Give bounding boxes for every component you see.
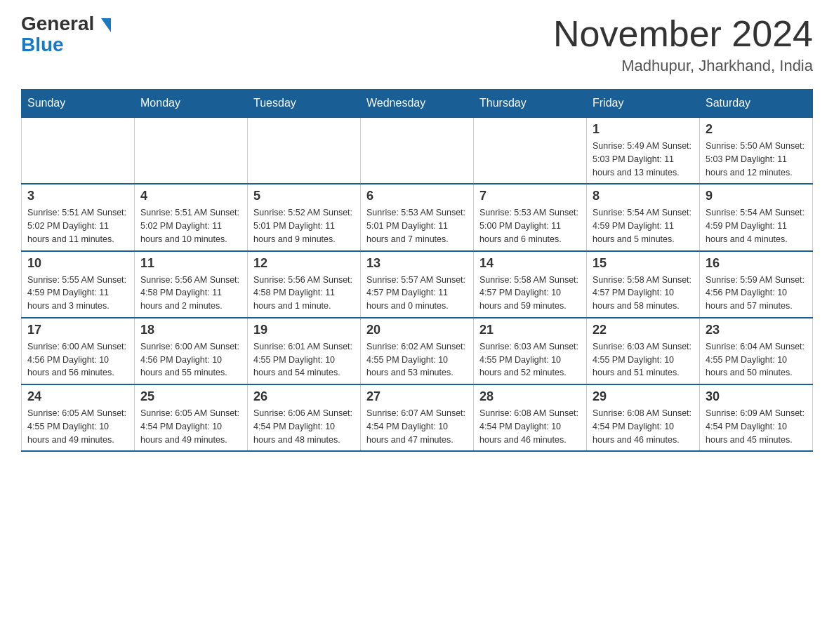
logo-general-text: General xyxy=(21,14,111,34)
weekday-header-friday: Friday xyxy=(587,90,700,118)
calendar-cell: 1Sunrise: 5:49 AM Sunset: 5:03 PM Daylig… xyxy=(587,117,700,184)
calendar-cell: 2Sunrise: 5:50 AM Sunset: 5:03 PM Daylig… xyxy=(700,117,813,184)
day-info: Sunrise: 6:08 AM Sunset: 4:54 PM Dayligh… xyxy=(593,407,694,446)
day-info: Sunrise: 5:51 AM Sunset: 5:02 PM Dayligh… xyxy=(27,206,128,246)
day-number: 7 xyxy=(479,189,581,203)
day-info: Sunrise: 5:56 AM Sunset: 4:58 PM Dayligh… xyxy=(140,274,241,313)
day-info: Sunrise: 5:56 AM Sunset: 4:58 PM Dayligh… xyxy=(253,274,355,313)
calendar-cell: 3Sunrise: 5:51 AM Sunset: 5:02 PM Daylig… xyxy=(22,184,135,250)
day-info: Sunrise: 5:52 AM Sunset: 5:01 PM Dayligh… xyxy=(253,206,355,246)
calendar-cell: 28Sunrise: 6:08 AM Sunset: 4:54 PM Dayli… xyxy=(474,384,587,451)
day-number: 5 xyxy=(253,189,355,203)
logo-arrow-icon xyxy=(101,18,111,32)
calendar-week-row: 17Sunrise: 6:00 AM Sunset: 4:56 PM Dayli… xyxy=(22,318,813,384)
day-number: 11 xyxy=(140,256,241,271)
day-number: 12 xyxy=(253,256,355,271)
day-number: 20 xyxy=(366,323,468,337)
calendar-cell: 19Sunrise: 6:01 AM Sunset: 4:55 PM Dayli… xyxy=(248,318,361,384)
day-info: Sunrise: 5:49 AM Sunset: 5:03 PM Dayligh… xyxy=(593,140,694,179)
day-number: 8 xyxy=(593,189,694,203)
day-number: 13 xyxy=(366,256,468,271)
day-info: Sunrise: 5:53 AM Sunset: 5:00 PM Dayligh… xyxy=(479,206,581,246)
day-number: 21 xyxy=(479,323,581,337)
logo-blue-text: Blue xyxy=(21,34,64,56)
day-info: Sunrise: 6:05 AM Sunset: 4:54 PM Dayligh… xyxy=(140,407,241,446)
day-number: 18 xyxy=(140,323,241,337)
weekday-header-monday: Monday xyxy=(135,90,248,118)
calendar-cell: 25Sunrise: 6:05 AM Sunset: 4:54 PM Dayli… xyxy=(135,384,248,451)
day-number: 19 xyxy=(253,323,355,337)
calendar-cell: 13Sunrise: 5:57 AM Sunset: 4:57 PM Dayli… xyxy=(361,251,474,318)
day-number: 29 xyxy=(593,389,694,404)
day-info: Sunrise: 5:50 AM Sunset: 5:03 PM Dayligh… xyxy=(706,140,807,179)
calendar-cell: 15Sunrise: 5:58 AM Sunset: 4:57 PM Dayli… xyxy=(587,251,700,318)
day-info: Sunrise: 6:09 AM Sunset: 4:54 PM Dayligh… xyxy=(706,407,807,446)
day-info: Sunrise: 6:08 AM Sunset: 4:54 PM Dayligh… xyxy=(479,407,581,446)
day-info: Sunrise: 6:02 AM Sunset: 4:55 PM Dayligh… xyxy=(366,340,468,380)
calendar-cell: 26Sunrise: 6:06 AM Sunset: 4:54 PM Dayli… xyxy=(248,384,361,451)
day-number: 9 xyxy=(706,189,807,203)
calendar-cell: 29Sunrise: 6:08 AM Sunset: 4:54 PM Dayli… xyxy=(587,384,700,451)
calendar-cell: 8Sunrise: 5:54 AM Sunset: 4:59 PM Daylig… xyxy=(587,184,700,250)
calendar-cell: 12Sunrise: 5:56 AM Sunset: 4:58 PM Dayli… xyxy=(248,251,361,318)
day-number: 1 xyxy=(593,122,694,137)
weekday-header-sunday: Sunday xyxy=(22,90,135,118)
calendar-cell: 14Sunrise: 5:58 AM Sunset: 4:57 PM Dayli… xyxy=(474,251,587,318)
day-info: Sunrise: 6:04 AM Sunset: 4:55 PM Dayligh… xyxy=(706,340,807,380)
day-info: Sunrise: 6:03 AM Sunset: 4:55 PM Dayligh… xyxy=(593,340,694,380)
weekday-header-wednesday: Wednesday xyxy=(361,90,474,118)
calendar-cell: 18Sunrise: 6:00 AM Sunset: 4:56 PM Dayli… xyxy=(135,318,248,384)
day-info: Sunrise: 6:07 AM Sunset: 4:54 PM Dayligh… xyxy=(366,407,468,446)
logo: General Blue xyxy=(21,14,111,56)
day-number: 24 xyxy=(27,389,128,404)
calendar-cell: 17Sunrise: 6:00 AM Sunset: 4:56 PM Dayli… xyxy=(22,318,135,384)
calendar-cell: 6Sunrise: 5:53 AM Sunset: 5:01 PM Daylig… xyxy=(361,184,474,250)
calendar-cell: 7Sunrise: 5:53 AM Sunset: 5:00 PM Daylig… xyxy=(474,184,587,250)
weekday-header-saturday: Saturday xyxy=(700,90,813,118)
calendar-cell xyxy=(22,117,135,184)
day-info: Sunrise: 5:54 AM Sunset: 4:59 PM Dayligh… xyxy=(706,206,807,246)
calendar-cell: 4Sunrise: 5:51 AM Sunset: 5:02 PM Daylig… xyxy=(135,184,248,250)
calendar-cell: 24Sunrise: 6:05 AM Sunset: 4:55 PM Dayli… xyxy=(22,384,135,451)
day-info: Sunrise: 5:53 AM Sunset: 5:01 PM Dayligh… xyxy=(366,206,468,246)
calendar-cell: 21Sunrise: 6:03 AM Sunset: 4:55 PM Dayli… xyxy=(474,318,587,384)
weekday-header-tuesday: Tuesday xyxy=(248,90,361,118)
day-number: 30 xyxy=(706,389,807,404)
calendar-header-row: SundayMondayTuesdayWednesdayThursdayFrid… xyxy=(22,90,813,118)
day-number: 10 xyxy=(27,256,128,271)
day-number: 4 xyxy=(140,189,241,203)
month-title: November 2024 xyxy=(553,14,813,54)
calendar-cell: 5Sunrise: 5:52 AM Sunset: 5:01 PM Daylig… xyxy=(248,184,361,250)
calendar-table: SundayMondayTuesdayWednesdayThursdayFrid… xyxy=(21,89,813,452)
day-number: 17 xyxy=(27,323,128,337)
day-info: Sunrise: 6:00 AM Sunset: 4:56 PM Dayligh… xyxy=(140,340,241,380)
calendar-cell xyxy=(474,117,587,184)
calendar-cell: 30Sunrise: 6:09 AM Sunset: 4:54 PM Dayli… xyxy=(700,384,813,451)
calendar-week-row: 24Sunrise: 6:05 AM Sunset: 4:55 PM Dayli… xyxy=(22,384,813,451)
weekday-header-thursday: Thursday xyxy=(474,90,587,118)
day-info: Sunrise: 5:51 AM Sunset: 5:02 PM Dayligh… xyxy=(140,206,241,246)
calendar-cell xyxy=(248,117,361,184)
day-info: Sunrise: 6:03 AM Sunset: 4:55 PM Dayligh… xyxy=(479,340,581,380)
day-info: Sunrise: 6:05 AM Sunset: 4:55 PM Dayligh… xyxy=(27,407,128,446)
calendar-week-row: 3Sunrise: 5:51 AM Sunset: 5:02 PM Daylig… xyxy=(22,184,813,250)
location: Madhupur, Jharkhand, India xyxy=(553,57,813,75)
day-number: 23 xyxy=(706,323,807,337)
calendar-cell: 20Sunrise: 6:02 AM Sunset: 4:55 PM Dayli… xyxy=(361,318,474,384)
day-number: 2 xyxy=(706,122,807,137)
day-info: Sunrise: 5:54 AM Sunset: 4:59 PM Dayligh… xyxy=(593,206,694,246)
day-info: Sunrise: 5:57 AM Sunset: 4:57 PM Dayligh… xyxy=(366,274,468,313)
day-info: Sunrise: 5:58 AM Sunset: 4:57 PM Dayligh… xyxy=(593,274,694,313)
day-info: Sunrise: 5:58 AM Sunset: 4:57 PM Dayligh… xyxy=(479,274,581,313)
calendar-cell: 11Sunrise: 5:56 AM Sunset: 4:58 PM Dayli… xyxy=(135,251,248,318)
day-info: Sunrise: 5:55 AM Sunset: 4:59 PM Dayligh… xyxy=(27,274,128,313)
day-number: 25 xyxy=(140,389,241,404)
day-info: Sunrise: 6:06 AM Sunset: 4:54 PM Dayligh… xyxy=(253,407,355,446)
day-info: Sunrise: 6:01 AM Sunset: 4:55 PM Dayligh… xyxy=(253,340,355,380)
day-info: Sunrise: 5:59 AM Sunset: 4:56 PM Dayligh… xyxy=(706,274,807,313)
day-number: 6 xyxy=(366,189,468,203)
title-block: November 2024 Madhupur, Jharkhand, India xyxy=(553,14,813,75)
calendar-week-row: 10Sunrise: 5:55 AM Sunset: 4:59 PM Dayli… xyxy=(22,251,813,318)
day-number: 26 xyxy=(253,389,355,404)
day-number: 22 xyxy=(593,323,694,337)
